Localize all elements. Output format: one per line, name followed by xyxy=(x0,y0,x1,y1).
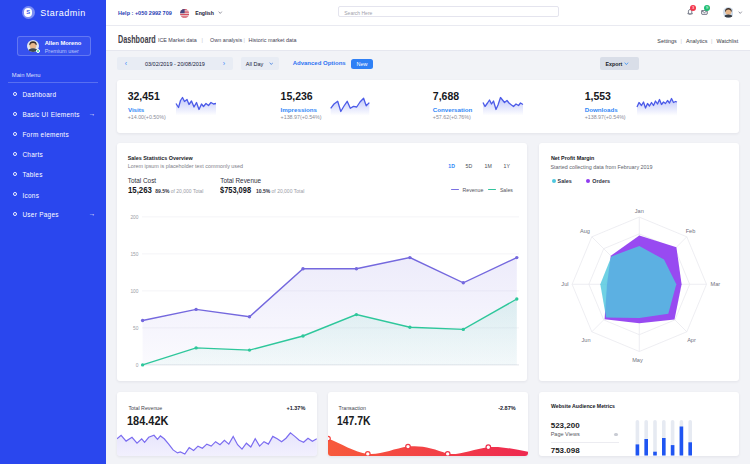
svg-text:50: 50 xyxy=(133,326,139,331)
svg-text:Jun: Jun xyxy=(581,337,590,343)
svg-text:Jul: Jul xyxy=(561,281,568,287)
svg-text:150: 150 xyxy=(130,252,138,257)
svg-text:200: 200 xyxy=(130,215,138,220)
svg-text:Aug: Aug xyxy=(580,228,590,234)
svg-text:Feb: Feb xyxy=(686,228,696,234)
svg-text:0: 0 xyxy=(136,363,139,368)
svg-text:100: 100 xyxy=(130,289,138,294)
svg-text:Jan: Jan xyxy=(635,208,644,214)
svg-text:Apr: Apr xyxy=(687,337,696,343)
svg-text:Mar: Mar xyxy=(711,281,721,287)
svg-text:May: May xyxy=(632,357,643,363)
